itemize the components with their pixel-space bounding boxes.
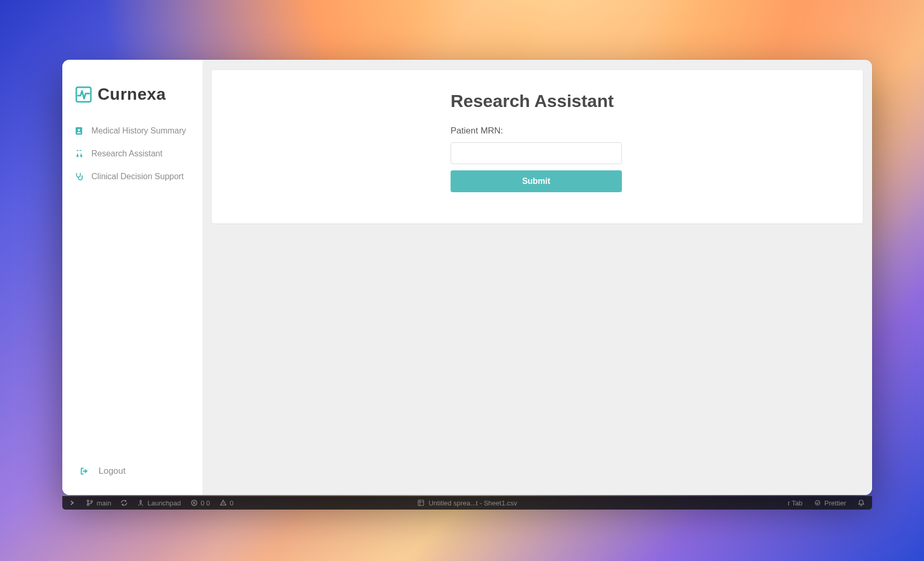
brand: Curnexa — [75, 85, 192, 104]
submit-button[interactable]: Submit — [451, 170, 622, 192]
patient-card-icon — [74, 126, 84, 136]
svg-rect-4 — [418, 500, 424, 506]
sidebar-nav: Medical History Summary Research Assista… — [72, 122, 195, 186]
git-branch[interactable]: main — [86, 499, 111, 507]
open-file-label: Untitled sprea...t - Sheet1.csv — [429, 499, 518, 507]
sidebar-item-clinical-decision[interactable]: Clinical Decision Support — [72, 167, 195, 186]
bell-icon[interactable] — [858, 499, 865, 507]
logout-icon — [79, 466, 89, 476]
svg-point-1 — [87, 504, 89, 506]
svg-point-11 — [81, 176, 83, 177]
mrn-label: Patient MRN: — [451, 126, 622, 136]
patient-mrn-input[interactable] — [451, 142, 622, 164]
form-container: Research Assistant Patient MRN: Submit — [451, 91, 622, 192]
sync-icon[interactable] — [120, 499, 128, 506]
lab-flask-icon — [74, 149, 84, 159]
sidebar-item-label: Research Assistant — [91, 149, 162, 158]
sidebar-item-label: Medical History Summary — [91, 126, 186, 136]
problems-counter[interactable]: 0 0 — [191, 499, 210, 507]
prettier-indicator[interactable]: Prettier — [814, 499, 846, 507]
status-bar: main Launchpad 0 0 0 Untitled sprea...t … — [62, 496, 872, 510]
desktop-wallpaper: main Launchpad 0 0 0 Untitled sprea...t … — [0, 0, 924, 561]
page-title: Research Assistant — [451, 91, 622, 111]
stethoscope-icon — [74, 171, 84, 182]
brand-logo-icon — [75, 86, 92, 103]
warnings-counter[interactable]: 0 — [220, 499, 234, 507]
status-prompt-icon — [70, 499, 77, 506]
logout-button[interactable]: Logout — [72, 461, 195, 488]
launchpad-item[interactable]: Launchpad — [137, 499, 181, 507]
svg-point-8 — [78, 129, 80, 131]
svg-point-2 — [91, 501, 93, 503]
open-file-indicator[interactable]: Untitled sprea...t - Sheet1.csv — [417, 499, 518, 507]
git-branch-label: main — [97, 499, 111, 507]
warnings-count-label: 0 — [230, 499, 234, 507]
prettier-label: Prettier — [824, 499, 846, 507]
problems-count-label: 0 0 — [201, 499, 210, 507]
svg-point-0 — [87, 500, 89, 502]
sidebar-item-research-assistant[interactable]: Research Assistant — [72, 144, 195, 163]
launchpad-label: Launchpad — [147, 499, 181, 507]
sidebar-item-medical-history[interactable]: Medical History Summary — [72, 122, 195, 140]
tab-indicator[interactable]: r Tab — [787, 499, 803, 507]
sidebar-item-label: Clinical Decision Support — [91, 172, 184, 181]
svg-rect-9 — [77, 150, 79, 151]
main-content: Research Assistant Patient MRN: Submit — [202, 60, 872, 495]
svg-rect-10 — [79, 150, 81, 151]
brand-name: Curnexa — [98, 85, 166, 104]
logout-label: Logout — [99, 466, 126, 476]
sidebar: Curnexa Medical History Summary Research… — [62, 60, 202, 495]
content-card: Research Assistant Patient MRN: Submit — [212, 70, 863, 223]
app-window: Curnexa Medical History Summary Research… — [62, 60, 872, 495]
